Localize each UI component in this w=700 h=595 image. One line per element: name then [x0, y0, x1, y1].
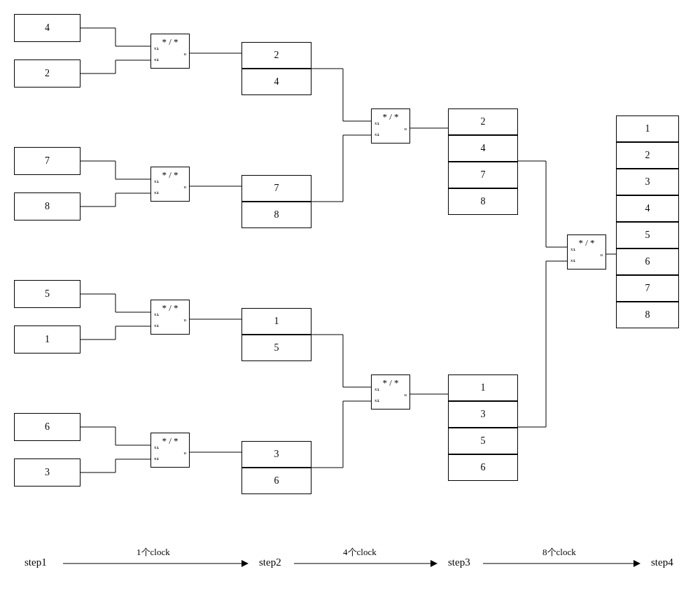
step-label: step3	[448, 556, 470, 568]
comparator-op: * / *	[162, 36, 178, 48]
comparator-in1: x₁	[154, 444, 159, 450]
step-label: step4	[651, 556, 673, 568]
stage3-stack: 2 4 7 8	[448, 108, 518, 215]
comparator-out: u	[184, 51, 187, 57]
comparator-op: * / *	[162, 302, 178, 314]
step-label: step1	[24, 556, 47, 568]
comparator-out: u	[405, 126, 407, 132]
stage3-stack: 1 3 5 6	[448, 374, 518, 481]
stack-cell: 4	[241, 69, 312, 95]
stage2-stack: 3 6	[241, 441, 312, 494]
clock-label: 4个clock	[343, 546, 377, 559]
stack-cell: 1	[616, 115, 679, 142]
stack-cell: 5	[616, 222, 679, 248]
stack-cell: 2	[448, 108, 518, 135]
stack-cell: 3	[241, 441, 312, 468]
stack-cell: 8	[616, 302, 679, 328]
comparator-in1: x₁	[154, 178, 159, 184]
input-box: 6	[14, 413, 80, 441]
stage2-stack: 2 4	[241, 42, 312, 95]
clock-label: 8个clock	[542, 546, 576, 559]
comparator-in2: x₂	[374, 398, 379, 403]
stack-cell: 2	[241, 42, 312, 69]
comparator-in1: x₁	[570, 246, 575, 252]
comparator: * / * x₁ x₂ u	[150, 167, 190, 202]
input-box: 5	[14, 280, 80, 308]
comparator-in2: x₂	[374, 132, 379, 137]
stack-cell: 8	[448, 188, 518, 215]
arrow-icon	[294, 558, 438, 569]
comparator-out: u	[601, 252, 603, 258]
comparator-out: u	[405, 392, 407, 398]
comparator-out: u	[184, 317, 187, 323]
stack-cell: 6	[448, 454, 518, 481]
stack-cell: 8	[241, 202, 312, 228]
comparator-in2: x₂	[154, 323, 159, 328]
svg-marker-50	[241, 560, 248, 567]
comparator-op: * / *	[578, 237, 594, 248]
comparator: * / * x₁ x₂ u	[150, 433, 190, 468]
svg-marker-52	[430, 560, 438, 567]
stack-cell: 6	[616, 248, 679, 275]
stack-cell: 6	[241, 468, 312, 494]
arrow-icon	[63, 558, 248, 569]
stack-cell: 5	[448, 428, 518, 454]
comparator-in2: x₂	[154, 456, 159, 461]
stack-cell: 1	[241, 308, 312, 335]
comparator-out: u	[184, 184, 187, 190]
comparator: * / * x₁ x₂ u	[150, 300, 190, 335]
comparator-in1: x₁	[154, 312, 159, 317]
svg-marker-54	[634, 560, 640, 567]
stack-cell: 3	[448, 401, 518, 428]
input-box: 3	[14, 458, 80, 486]
stack-cell: 7	[448, 162, 518, 188]
comparator-out: u	[184, 450, 187, 456]
stack-cell: 3	[616, 169, 679, 195]
stack-cell: 5	[241, 335, 312, 361]
stack-cell: 4	[616, 195, 679, 222]
comparator-in2: x₂	[154, 190, 159, 195]
stage4-stack: 1 2 3 4 5 6 7 8	[616, 115, 679, 328]
stack-cell: 4	[448, 135, 518, 162]
comparator: * / * x₁ x₂ u	[371, 374, 410, 410]
stack-cell: 1	[448, 374, 518, 401]
comparator-in1: x₁	[374, 120, 379, 126]
comparator: * / * x₁ x₂ u	[371, 108, 410, 144]
comparator-in2: x₂	[570, 258, 575, 263]
stage2-stack: 1 5	[241, 308, 312, 361]
comparator-op: * / *	[382, 111, 398, 122]
comparator: * / * x₁ x₂ u	[567, 234, 606, 270]
comparator-in1: x₁	[154, 46, 159, 51]
comparator-op: * / *	[162, 169, 178, 181]
comparator-in1: x₁	[374, 386, 379, 392]
stack-cell: 2	[616, 142, 679, 169]
stage2-stack: 7 8	[241, 175, 312, 228]
arrow-icon	[483, 558, 640, 569]
comparator-op: * / *	[162, 435, 178, 447]
comparator: * / * x₁ x₂ u	[150, 34, 190, 69]
input-box: 2	[14, 59, 80, 88]
input-box: 1	[14, 326, 80, 354]
comparator-op: * / *	[382, 377, 398, 388]
input-box: 7	[14, 147, 80, 175]
step-label: step2	[259, 556, 281, 568]
input-box: 4	[14, 14, 80, 42]
stack-cell: 7	[241, 175, 312, 202]
wires	[0, 0, 700, 595]
clock-label: 1个clock	[136, 546, 170, 559]
comparator-in2: x₂	[154, 57, 159, 62]
input-box: 8	[14, 192, 80, 220]
stack-cell: 7	[616, 275, 679, 302]
